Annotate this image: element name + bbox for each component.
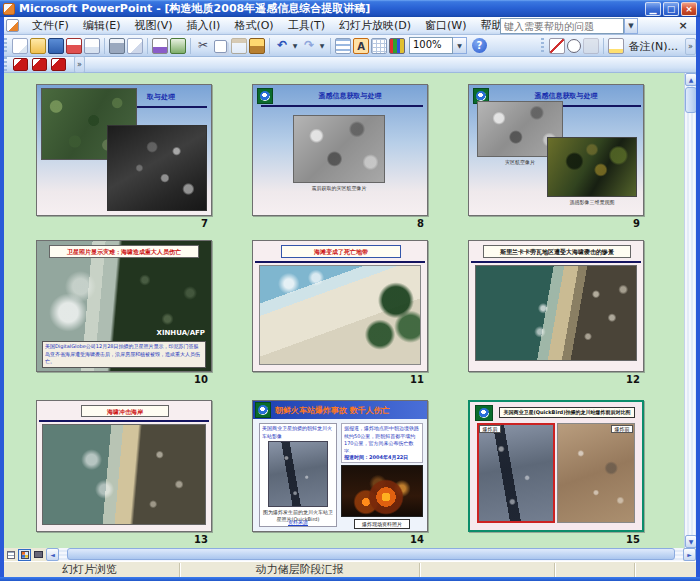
- source-link: 资料来源: [262, 519, 334, 525]
- help-question-input[interactable]: [500, 18, 624, 34]
- horizontal-scrollbar[interactable]: [59, 548, 683, 561]
- standard-toolbar: ✂ ↶ ▼ ↷ ▼ A 100% ▼ ? 备注(N)... »: [0, 35, 700, 57]
- notes-icon[interactable]: [608, 38, 624, 54]
- research-icon[interactable]: [170, 38, 186, 54]
- hide-slide-icon[interactable]: [549, 38, 565, 54]
- slide-number: 11: [410, 374, 424, 385]
- open-icon[interactable]: [30, 38, 46, 54]
- zoom-dropdown-icon[interactable]: ▼: [453, 37, 467, 54]
- horizontal-scrollbar-row: ◄ ►: [4, 548, 696, 561]
- print-icon[interactable]: [109, 38, 125, 54]
- help-icon[interactable]: ?: [472, 38, 487, 53]
- undo-dropdown-icon[interactable]: ▼: [291, 42, 299, 49]
- slide-thumbnail-13[interactable]: 海啸冲击海岸: [36, 400, 212, 532]
- news-date: 报道时间：2004年4月22日: [344, 454, 420, 462]
- restore-button[interactable]: □: [663, 2, 679, 16]
- photo-label: 爆炸现场资料照片: [354, 519, 410, 529]
- print-preview-icon[interactable]: [127, 38, 143, 54]
- institute-logo-icon: [257, 88, 273, 104]
- window-title: Microsoft PowerPoint - [构造地质2008年遥感信息综合提…: [19, 1, 645, 16]
- menubar-close-icon[interactable]: ×: [676, 19, 690, 33]
- slide-thumbnail-14[interactable]: 朝鲜火车站爆炸事故 数千人伤亡 美国商业卫星拍摄的朝鲜龙川火车站影像 图为爆炸发…: [252, 400, 428, 532]
- convert-and-email-icon[interactable]: [32, 58, 47, 71]
- document-icon: [6, 19, 19, 32]
- window-border-left: [0, 17, 4, 577]
- toolbar-grip[interactable]: [540, 38, 545, 54]
- normal-view-button[interactable]: [4, 549, 17, 561]
- menu-view[interactable]: 视图(V): [127, 17, 179, 34]
- slide-thumbnail-11[interactable]: 海滩变成了死亡地带: [252, 240, 428, 372]
- before-explosion-photo: [557, 423, 635, 523]
- color-schemes-icon[interactable]: [389, 38, 405, 54]
- slide-number: 9: [633, 218, 640, 229]
- menu-insert[interactable]: 插入(I): [180, 17, 228, 34]
- slide-thumbnail-10[interactable]: 卫星照片显示灾难：海啸造成重大人员伤亡 XINHUA/AFP 美国Digital…: [36, 240, 212, 372]
- slide-title: 遥感信息获取与处理: [277, 91, 423, 101]
- scroll-left-icon[interactable]: ◄: [46, 548, 59, 561]
- show-formatting-icon[interactable]: A: [353, 38, 369, 54]
- coast-photo: [42, 424, 206, 525]
- toolbar-separator: [104, 38, 105, 54]
- scroll-right-icon[interactable]: ►: [683, 548, 696, 561]
- cut-icon[interactable]: ✂: [195, 38, 211, 54]
- show-grid-icon[interactable]: [371, 38, 387, 54]
- powerpoint-window: Microsoft PowerPoint - [构造地质2008年遥感信息综合提…: [0, 0, 700, 581]
- format-painter-icon[interactable]: [249, 38, 265, 54]
- slide-title: 海啸冲击海岸: [81, 405, 169, 417]
- undo-icon[interactable]: ↶: [274, 38, 290, 54]
- menu-bar: 文件(F) 编辑(E) 视图(V) 插入(I) 格式(O) 工具(T) 幻灯片放…: [0, 17, 700, 35]
- photo-label: 爆炸前: [611, 425, 633, 433]
- pdf-toolbar: »: [0, 57, 700, 73]
- slide-thumbnail-15[interactable]: 美国商业卫星(QuickBird)拍摄的龙川站爆炸前后对比图 爆炸后 爆炸前: [468, 400, 644, 532]
- menu-tools[interactable]: 工具(T): [281, 17, 332, 34]
- toolbar-separator: [147, 38, 148, 54]
- slide-thumbnail-9[interactable]: 遥感信息获取与处理 灾区航空像片 遥感影像三维景观图: [468, 84, 644, 216]
- redo-dropdown-icon[interactable]: ▼: [318, 42, 326, 49]
- copy-icon[interactable]: [214, 40, 227, 53]
- menu-slideshow[interactable]: 幻灯片放映(D): [332, 17, 418, 34]
- spelling-icon[interactable]: [152, 38, 168, 54]
- mail-icon[interactable]: [84, 38, 100, 54]
- news-text: 据报道，爆炸地点距中朝边境铁路线约50公里，距朝鲜首都平壤约170公里，官方尚未…: [344, 425, 420, 453]
- slide-title: 海滩变成了死亡地带: [281, 245, 401, 258]
- notes-button[interactable]: 备注(N)...: [629, 39, 678, 54]
- beach-photo: [259, 265, 421, 365]
- minimize-button[interactable]: ▁: [645, 2, 661, 16]
- help-dropdown-icon[interactable]: ▼: [624, 18, 638, 34]
- design-template-label: 动力储层阶段汇报: [180, 563, 420, 577]
- slide-thumbnail-7[interactable]: 取与处理: [36, 84, 212, 216]
- slide-transition-icon[interactable]: [583, 38, 599, 54]
- toolbar-separator: [190, 38, 191, 54]
- menu-format[interactable]: 格式(O): [227, 17, 280, 34]
- slideshow-view-button[interactable]: [32, 549, 45, 561]
- toolbar-options-icon[interactable]: »: [74, 56, 85, 73]
- close-button[interactable]: ×: [681, 2, 697, 16]
- slide-sorter-view-button[interactable]: [18, 549, 31, 561]
- title-bar: Microsoft PowerPoint - [构造地质2008年遥感信息综合提…: [0, 0, 700, 17]
- slide-sorter-pane[interactable]: 取与处理 7 遥感信息获取与处理 震后获取的灾区航空像片 8 遥感信息获取与处理: [4, 73, 684, 548]
- menu-window[interactable]: 窗口(W): [418, 17, 473, 34]
- save-icon[interactable]: [48, 38, 64, 54]
- slide-title: 美国商业卫星(QuickBird)拍摄的龙川站爆炸前后对比图: [499, 407, 635, 418]
- slideshow-view-icon: [34, 551, 43, 558]
- convert-and-review-icon[interactable]: [51, 58, 66, 71]
- slide-thumbnail-8[interactable]: 遥感信息获取与处理 震后获取的灾区航空像片: [252, 84, 428, 216]
- permission-icon[interactable]: [66, 38, 82, 54]
- institute-logo-icon: [475, 405, 493, 421]
- redo-icon[interactable]: ↷: [301, 38, 317, 54]
- vertical-scrollbar[interactable]: ▲ ▼: [684, 73, 696, 548]
- slide-title: 朝鲜火车站爆炸事故 数千人伤亡: [275, 405, 425, 416]
- summary-slide-icon[interactable]: [335, 38, 351, 54]
- new-icon[interactable]: [12, 38, 28, 54]
- toolbar-options-icon[interactable]: »: [685, 38, 696, 55]
- slide-number: 13: [194, 534, 208, 545]
- paste-icon[interactable]: [231, 38, 247, 54]
- rehearse-timings-icon[interactable]: [567, 39, 581, 53]
- horizontal-scrollbar-thumb[interactable]: [67, 548, 675, 560]
- menu-edit[interactable]: 编辑(E): [76, 17, 128, 34]
- menu-file[interactable]: 文件(F): [25, 17, 76, 34]
- slide-thumbnail-12[interactable]: 斯里兰卡卡劳瓦地区遭受大海啸袭击的惨景: [468, 240, 644, 372]
- convert-to-pdf-icon[interactable]: [13, 58, 28, 71]
- powerpoint-icon: [3, 3, 15, 15]
- zoom-value[interactable]: 100%: [409, 37, 453, 54]
